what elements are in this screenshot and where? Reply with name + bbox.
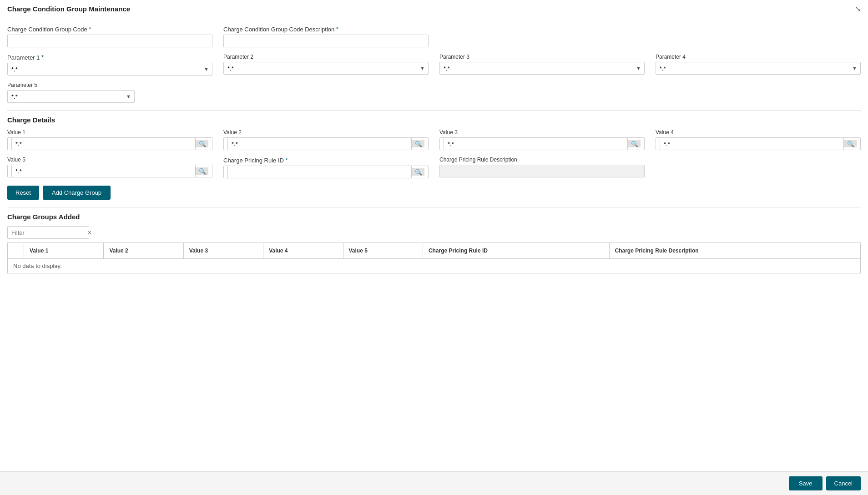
param5-select-wrapper: *.* ▼ xyxy=(7,90,135,103)
spacer2 xyxy=(656,25,861,47)
charge-code-label: Charge Condition Group Code * xyxy=(7,25,212,33)
values-row1: Value 1 🔍 Value 2 🔍 Value 3 🔍 Value 4 xyxy=(7,129,861,150)
charge-groups-added-title: Charge Groups Added xyxy=(7,213,861,221)
param2-label: Parameter 2 xyxy=(223,54,429,60)
charge-details-title: Charge Details xyxy=(7,116,861,124)
param4-label: Parameter 4 xyxy=(656,54,861,60)
section-divider-1 xyxy=(7,110,861,111)
param3-label: Parameter 3 xyxy=(439,54,645,60)
param1-select-wrapper: *.* ▼ xyxy=(7,63,212,76)
table-no-data-row: No data to display. xyxy=(8,259,861,273)
param2-select-wrapper: *.* ▼ xyxy=(223,62,429,75)
param2-select[interactable]: *.* xyxy=(223,62,429,75)
value5-label: Value 5 xyxy=(7,157,212,163)
value3-label: Value 3 xyxy=(439,129,645,136)
charge-pricing-rule-desc-input xyxy=(439,165,645,177)
charge-pricing-rule-id-search-button[interactable]: 🔍 xyxy=(412,168,424,176)
table-header-checkbox xyxy=(8,243,24,259)
filter-input[interactable] xyxy=(11,229,88,236)
charge-pricing-rule-id-group: Charge Pricing Rule ID * 🔍 xyxy=(223,157,429,178)
value1-input[interactable] xyxy=(11,137,196,150)
value1-label: Value 1 xyxy=(7,129,212,136)
value5-search-button[interactable]: 🔍 xyxy=(196,167,208,175)
param3-select-wrapper: *.* ▼ xyxy=(439,62,645,75)
charge-pricing-rule-id-label: Charge Pricing Rule ID * xyxy=(223,157,429,164)
value5-input-wrap: 🔍 xyxy=(7,165,212,177)
spacer3 xyxy=(146,82,861,103)
table-header-value3: Value 3 xyxy=(183,243,263,259)
value2-group: Value 2 🔍 xyxy=(223,129,429,150)
table-header-row: Value 1 Value 2 Value 3 Value 4 Value 5 … xyxy=(8,243,861,259)
code-row: Charge Condition Group Code * Charge Con… xyxy=(7,25,861,47)
value1-input-wrap: 🔍 xyxy=(7,137,212,150)
value1-search-button[interactable]: 🔍 xyxy=(196,140,208,147)
spacer4 xyxy=(656,157,861,178)
param5-label: Parameter 5 xyxy=(7,82,135,88)
param4-select-wrapper: *.* ▼ xyxy=(656,62,861,75)
value1-group: Value 1 🔍 xyxy=(7,129,212,150)
page-title: Charge Condition Group Maintenance xyxy=(7,5,130,13)
filter-clear-button[interactable]: × xyxy=(88,229,91,236)
value5-input[interactable] xyxy=(11,165,196,177)
charge-groups-table: Value 1 Value 2 Value 3 Value 4 Value 5 … xyxy=(7,242,861,273)
action-buttons-row: Reset Add Charge Group xyxy=(7,186,861,200)
value2-input-wrap: 🔍 xyxy=(223,137,429,150)
param1-group: Parameter 1 * *.* ▼ xyxy=(7,54,212,76)
filter-row: × xyxy=(7,226,861,239)
filter-input-wrap: × xyxy=(7,226,89,239)
table-header-value1: Value 1 xyxy=(24,243,104,259)
param5-select[interactable]: *.* xyxy=(7,90,135,103)
value2-search-button[interactable]: 🔍 xyxy=(412,140,424,147)
table-header-charge-pricing-rule-id: Charge Pricing Rule ID xyxy=(423,243,609,259)
param4-select[interactable]: *.* xyxy=(656,62,861,75)
params-row2: Parameter 5 *.* ▼ xyxy=(7,82,861,103)
no-data-cell: No data to display. xyxy=(8,259,861,273)
value3-input[interactable] xyxy=(444,137,628,150)
charge-pricing-rule-id-input[interactable] xyxy=(227,166,412,178)
param1-label: Parameter 1 * xyxy=(7,54,212,61)
value4-group: Value 4 🔍 xyxy=(656,129,861,150)
value2-label: Value 2 xyxy=(223,129,429,136)
charge-code-input[interactable] xyxy=(7,35,212,47)
params-row1: Parameter 1 * *.* ▼ Parameter 2 *.* ▼ Pa… xyxy=(7,54,861,76)
charge-code-group: Charge Condition Group Code * xyxy=(7,25,212,47)
reset-button[interactable]: Reset xyxy=(7,186,39,200)
charge-pricing-rule-id-wrap: 🔍 xyxy=(223,166,429,178)
param3-group: Parameter 3 *.* ▼ xyxy=(439,54,645,76)
charge-pricing-rule-desc-label: Charge Pricing Rule Description xyxy=(439,157,645,163)
value4-input[interactable] xyxy=(660,137,844,150)
table-header-charge-pricing-rule-desc: Charge Pricing Rule Description xyxy=(609,243,860,259)
values-row2: Value 5 🔍 Charge Pricing Rule ID * 🔍 Cha… xyxy=(7,157,861,178)
add-charge-group-button[interactable]: Add Charge Group xyxy=(43,186,111,200)
spacer1 xyxy=(439,25,645,47)
expand-icon[interactable]: ⤡ xyxy=(855,5,861,13)
charge-pricing-rule-desc-group: Charge Pricing Rule Description xyxy=(439,157,645,178)
charge-code-desc-group: Charge Condition Group Code Description … xyxy=(223,25,429,47)
value3-search-button[interactable]: 🔍 xyxy=(628,140,641,147)
value3-input-wrap: 🔍 xyxy=(439,137,645,150)
param3-select[interactable]: *.* xyxy=(439,62,645,75)
param1-select[interactable]: *.* xyxy=(7,63,212,76)
value5-group: Value 5 🔍 xyxy=(7,157,212,178)
value4-label: Value 4 xyxy=(656,129,861,136)
main-content: Charge Condition Group Code * Charge Con… xyxy=(0,18,868,310)
charge-code-desc-input[interactable] xyxy=(223,35,429,47)
title-bar: Charge Condition Group Maintenance ⤡ xyxy=(0,0,868,18)
table-header-value4: Value 4 xyxy=(263,243,343,259)
value2-input[interactable] xyxy=(227,137,412,150)
param2-group: Parameter 2 *.* ▼ xyxy=(223,54,429,76)
charge-code-desc-label: Charge Condition Group Code Description … xyxy=(223,25,429,33)
section-divider-2 xyxy=(7,207,861,207)
table-header-value5: Value 5 xyxy=(343,243,423,259)
table-header-value2: Value 2 xyxy=(104,243,183,259)
param4-group: Parameter 4 *.* ▼ xyxy=(656,54,861,76)
value3-group: Value 3 🔍 xyxy=(439,129,645,150)
param5-group: Parameter 5 *.* ▼ xyxy=(7,82,135,103)
value4-search-button[interactable]: 🔍 xyxy=(844,140,857,147)
value4-input-wrap: 🔍 xyxy=(656,137,861,150)
